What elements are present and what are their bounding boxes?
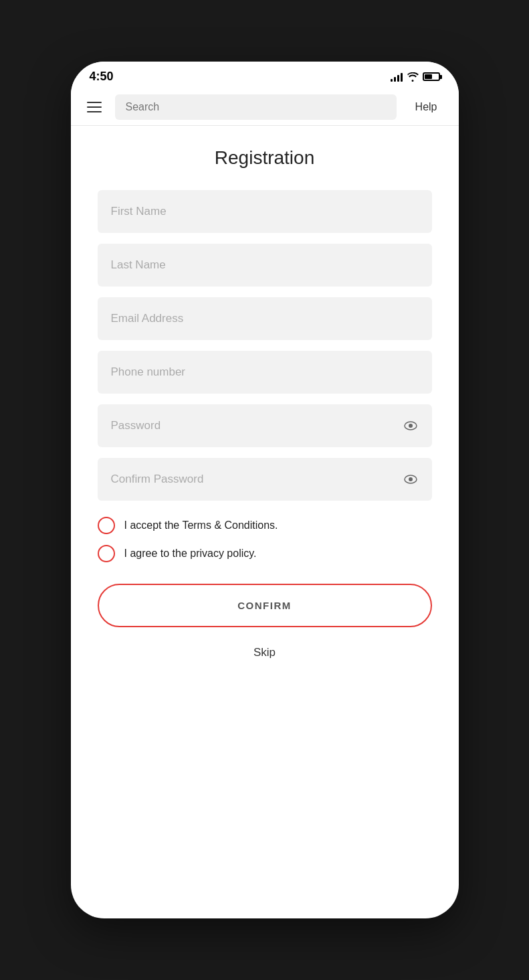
skip-button[interactable]: Skip — [98, 641, 432, 665]
privacy-checkbox-item[interactable]: I agree to the privacy policy. — [98, 545, 432, 562]
email-group — [98, 297, 432, 340]
search-input[interactable] — [115, 94, 397, 120]
terms-checkbox-item[interactable]: I accept the Terms & Conditions. — [98, 517, 432, 534]
hamburger-line-2 — [87, 106, 102, 108]
status-time: 4:50 — [90, 70, 114, 84]
phone-input[interactable] — [98, 351, 432, 394]
last-name-input[interactable] — [98, 244, 432, 287]
phone-frame: 4:50 — [0, 0, 529, 980]
terms-label: I accept the Terms & Conditions. — [124, 519, 278, 532]
status-bar: 4:50 — [71, 62, 459, 89]
first-name-group — [98, 190, 432, 233]
status-icons — [391, 72, 440, 82]
phone-group — [98, 351, 432, 394]
nav-bar: Help — [71, 89, 459, 126]
privacy-label: I agree to the privacy policy. — [124, 548, 257, 560]
phone-body: 4:50 — [71, 62, 459, 918]
terms-radio[interactable] — [98, 517, 115, 534]
checkbox-group: I accept the Terms & Conditions. I agree… — [98, 517, 432, 562]
last-name-group — [98, 244, 432, 287]
help-button[interactable]: Help — [405, 96, 448, 118]
password-group — [98, 404, 432, 447]
confirm-eye-icon — [403, 471, 419, 487]
page-title: Registration — [98, 147, 432, 169]
signal-icon — [391, 72, 403, 82]
svg-point-1 — [409, 424, 413, 428]
privacy-radio[interactable] — [98, 545, 115, 562]
password-input[interactable] — [98, 404, 432, 447]
password-wrapper — [98, 404, 432, 447]
confirm-password-wrapper — [98, 458, 432, 501]
confirm-password-toggle-button[interactable] — [400, 469, 421, 490]
confirm-button[interactable]: CONFIRM — [98, 584, 432, 627]
hamburger-line-1 — [87, 102, 102, 103]
hamburger-button[interactable] — [82, 96, 107, 118]
first-name-input[interactable] — [98, 190, 432, 233]
eye-icon — [403, 418, 419, 434]
wifi-icon — [407, 72, 419, 82]
password-toggle-button[interactable] — [400, 415, 421, 436]
battery-icon — [423, 72, 440, 81]
confirm-password-group — [98, 458, 432, 501]
confirm-password-input[interactable] — [98, 458, 432, 501]
main-content: Registration — [71, 126, 459, 686]
email-input[interactable] — [98, 297, 432, 340]
svg-point-3 — [409, 477, 413, 481]
hamburger-line-3 — [87, 111, 102, 112]
